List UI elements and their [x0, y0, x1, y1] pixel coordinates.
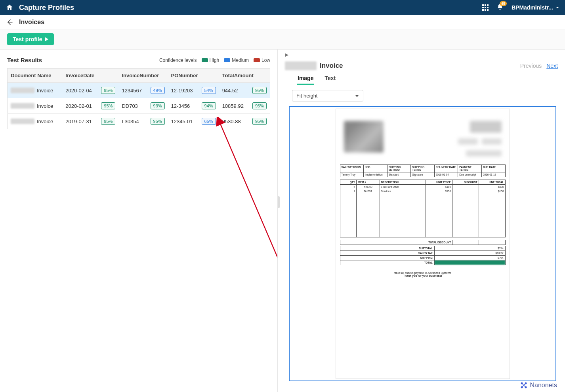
pager: Previous Next	[520, 63, 558, 69]
results-title: Test Results	[7, 57, 159, 63]
table-row[interactable]: Invoice2019-07-3195%L3035495%12345-0165%…	[8, 114, 270, 129]
annotation-arrow	[214, 117, 277, 279]
expand-caret-icon[interactable]: ▶	[285, 50, 558, 57]
invoice-number: DD703	[122, 103, 137, 109]
watermark: Nanonets	[520, 381, 557, 389]
dropdown-icon	[355, 95, 359, 97]
back-arrow-icon[interactable]	[6, 18, 13, 26]
po-number: 12-19203	[171, 88, 193, 94]
redacted-prefix	[11, 103, 34, 109]
left-panel: Test Results Confidence levels High Medi…	[0, 50, 277, 392]
total-amount: 9530.88	[222, 119, 241, 124]
preview-title: Invoice	[320, 62, 343, 70]
tab-image[interactable]: Image	[297, 73, 314, 85]
po-number: 12345-01	[171, 119, 193, 124]
redacted-block	[466, 150, 502, 157]
confidence-badge: 95%	[101, 87, 115, 94]
subheader: Invoices	[0, 15, 565, 29]
invoice-number: L30354	[122, 119, 139, 124]
confidence-badge: 94%	[202, 102, 216, 109]
invoice-date: 2020-02-01	[65, 103, 92, 109]
col-invoice-number: InvoiceNumber	[118, 69, 168, 83]
swatch-medium	[224, 58, 230, 62]
footer-line-2: Thank you for your business!	[340, 274, 506, 277]
swatch-high	[202, 58, 208, 62]
col-invoice-date: InvoiceDate	[62, 69, 118, 83]
confidence-badge: 54%	[202, 87, 216, 94]
invoice-meta-table: SALESPERSONJOBSHIPPING METHODSHIPPING TE…	[340, 164, 506, 177]
invoice-footer: Make all checks payable to Advanced Syst…	[340, 272, 506, 277]
confidence-badge: 95%	[252, 87, 267, 94]
redacted-block	[470, 121, 502, 133]
confidence-badge: 95%	[252, 102, 267, 109]
actionbar: Test profile	[0, 29, 565, 50]
col-document-name: Document Name	[8, 69, 63, 83]
test-profile-button[interactable]: Test profile	[7, 33, 54, 45]
confidence-badge: 95%	[151, 118, 165, 125]
doc-name-suffix: Invoice	[37, 119, 53, 124]
home-icon[interactable]	[6, 4, 13, 11]
caret-down-icon	[555, 6, 559, 10]
topbar: Capture Profiles 45 BPMadministr...	[0, 0, 565, 15]
col-total-amount: TotalAmount	[219, 69, 270, 83]
table-row[interactable]: Invoice2020-02-0495%123456749%12-1920354…	[8, 83, 270, 98]
redacted-prefix	[11, 88, 34, 93]
app-title: Capture Profiles	[19, 4, 482, 12]
redacted-logo	[344, 121, 384, 153]
pager-previous: Previous	[520, 63, 542, 69]
total-discount-line	[479, 240, 505, 245]
table-row[interactable]: Invoice2020-02-0195%DD70393%12-345694%10…	[8, 98, 270, 114]
svg-line-0	[220, 123, 277, 275]
po-number: 12-3456	[171, 103, 190, 109]
confidence-badge: 95%	[101, 102, 115, 109]
zoom-select[interactable]: Fit height	[292, 90, 363, 101]
redacted-block	[482, 138, 502, 145]
user-name: BPMadministr...	[512, 4, 553, 11]
confidence-badge: 65%	[202, 118, 216, 125]
total-amount: 944.52	[222, 88, 238, 94]
pager-next[interactable]: Next	[546, 63, 558, 69]
results-table: Document Name InvoiceDate InvoiceNumber …	[7, 68, 270, 129]
invoice-date: 2020-02-04	[65, 88, 92, 94]
legend-medium: Medium	[232, 57, 249, 63]
nanonets-icon	[520, 381, 528, 389]
confidence-badge: 95%	[252, 118, 267, 125]
col-po-number: PONumber	[168, 69, 219, 83]
confidence-badge: 93%	[151, 102, 165, 109]
watermark-text: Nanonets	[530, 382, 557, 389]
swatch-low	[254, 58, 260, 62]
total-discount-amount	[452, 240, 479, 245]
page-title: Invoices	[19, 19, 44, 26]
zoom-value: Fit height	[296, 93, 317, 99]
tab-text[interactable]: Text	[324, 73, 336, 85]
right-panel: ▶ Invoice Previous Next Image Text Fit h…	[277, 50, 565, 392]
invoice-items-table: QTYITEM #DESCRIPTIONUNIT PRICEDISCOUNTLI…	[340, 180, 506, 237]
invoice-summary: SUBTOTAL$794SALES TAX$63.52SHIPPING$794T…	[340, 246, 506, 265]
play-icon	[45, 37, 48, 41]
doc-name-suffix: Invoice	[37, 103, 53, 109]
confidence-badge: 49%	[151, 87, 165, 94]
notification-badge: 45	[500, 1, 507, 6]
invoice-number: 1234567	[122, 88, 142, 94]
user-menu[interactable]: BPMadministr...	[512, 4, 559, 11]
apps-icon[interactable]	[482, 4, 489, 11]
total-discount-label: TOTAL DISCOUNT	[340, 240, 452, 245]
legend-high: High	[210, 57, 220, 63]
notifications-button[interactable]: 45	[496, 4, 504, 12]
tabs: Image Text	[285, 73, 558, 85]
invoice-date: 2019-07-31	[65, 119, 92, 124]
legend-low: Low	[262, 57, 270, 63]
document-frame[interactable]: SALESPERSONJOBSHIPPING METHODSHIPPING TE…	[289, 106, 556, 381]
doc-name-suffix: Invoice	[37, 88, 53, 94]
confidence-legend: Confidence levels High Medium Low	[159, 57, 270, 63]
document-page: SALESPERSONJOBSHIPPING METHODSHIPPING TE…	[336, 109, 510, 379]
total-discount-row: TOTAL DISCOUNT	[340, 240, 506, 245]
redacted-prefix	[11, 119, 34, 124]
confidence-badge: 95%	[101, 118, 115, 125]
results-header-row: Document Name InvoiceDate InvoiceNumber …	[8, 69, 270, 83]
redacted-block	[458, 138, 478, 145]
legend-label: Confidence levels	[159, 57, 197, 63]
main-split: Test Results Confidence levels High Medi…	[0, 50, 565, 392]
redacted-prefix	[285, 61, 317, 70]
footer-line-1: Make all checks payable to Advanced Syst…	[340, 272, 506, 274]
